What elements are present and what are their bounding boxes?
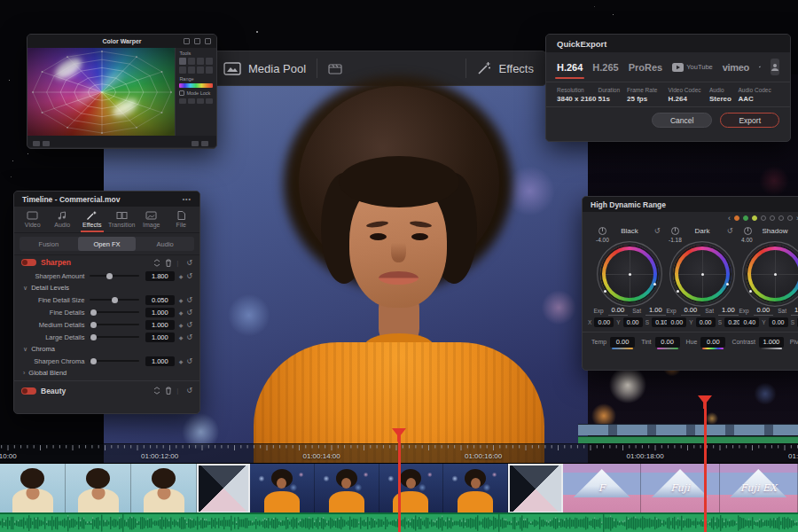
nav-prev-icon[interactable]: ‹ (728, 214, 731, 223)
range-knob-icon[interactable] (744, 227, 752, 235)
marker-playhead[interactable] (698, 395, 712, 532)
zone-dot[interactable] (752, 215, 757, 221)
marker-handle[interactable] (698, 395, 712, 409)
tab-audio[interactable]: Audio (48, 207, 78, 232)
subtab-openfx[interactable]: Open FX (78, 237, 137, 251)
subtab-audio[interactable]: Audio (136, 237, 194, 251)
clip-thumbnail[interactable] (66, 464, 131, 513)
reset-icon[interactable]: ↺ (186, 357, 192, 365)
zone-dot[interactable] (761, 215, 766, 221)
export-button[interactable]: Export (720, 113, 779, 128)
hue-range-strip[interactable] (179, 83, 213, 88)
mode-lock-checkbox[interactable]: Mode Lock (179, 90, 213, 96)
control-value[interactable]: 0.00 (610, 337, 635, 348)
keyframe-icon[interactable]: ◆ (179, 273, 184, 279)
exp-value[interactable]: 0.00 (754, 306, 774, 316)
playhead-handle[interactable] (392, 428, 406, 442)
effects-wand-icon[interactable] (477, 61, 491, 75)
reset-icon[interactable]: ↺ (186, 296, 192, 304)
clip-thumbnail[interactable] (0, 464, 66, 513)
tab-effects[interactable]: Effects (77, 207, 107, 232)
sat-value[interactable]: 1.00 (645, 306, 666, 316)
section-chroma[interactable]: ∨Chroma (14, 343, 200, 355)
y-value[interactable]: 0.00 (696, 317, 716, 327)
exp-value[interactable]: 0.00 (608, 306, 629, 316)
reset-icon[interactable]: ↺ (650, 227, 664, 235)
zone-dot[interactable] (743, 215, 748, 221)
beauty-toggle[interactable] (21, 387, 36, 395)
reset-icon[interactable]: ↺ (186, 259, 192, 267)
large-details-value[interactable]: 1.000 (145, 332, 175, 342)
format-h265[interactable]: H.265 (592, 62, 618, 73)
reorder-icon[interactable] (153, 259, 160, 267)
format-youtube[interactable]: YouTube (672, 63, 712, 72)
reset-icon[interactable]: ↺ (186, 321, 192, 329)
sharpen-chroma-value[interactable]: 1.000 (145, 356, 175, 366)
section-global-blend[interactable]: ›Global Blend (14, 367, 200, 379)
tab-video[interactable]: Video (18, 207, 48, 232)
control-value[interactable]: 0.00 (700, 337, 725, 348)
clip-thumbnail[interactable] (250, 464, 315, 513)
fine-details-slider[interactable] (90, 311, 139, 313)
x-value[interactable]: 0.00 (594, 317, 614, 327)
media-pool-icon[interactable] (223, 62, 241, 75)
control-value[interactable]: 0.00 (655, 337, 680, 348)
clip-thumbnail[interactable]: Fuji EX (720, 464, 798, 513)
control-value[interactable]: 1.000 (759, 337, 784, 348)
format-prores[interactable]: ProRes (629, 62, 663, 73)
effects-label[interactable]: Effects (498, 62, 534, 75)
video-clip[interactable] (250, 464, 508, 513)
options-icon[interactable] (201, 141, 208, 146)
reset-icon[interactable]: ↺ (186, 333, 192, 341)
media-pool-label[interactable]: Media Pool (248, 62, 306, 75)
cross-dissolve-transition[interactable] (508, 464, 563, 513)
range-knob-icon[interactable] (671, 227, 679, 235)
zone-dot[interactable] (770, 215, 775, 221)
sat-value[interactable]: 1.00 (718, 306, 739, 316)
color-wheel[interactable] (673, 245, 732, 303)
reset-icon[interactable]: ↺ (186, 309, 192, 317)
reset-icon[interactable]: ↺ (723, 227, 737, 235)
sidebar-mini-buttons[interactable] (179, 98, 213, 104)
sharpen-amount-value[interactable]: 1.800 (145, 271, 175, 281)
sharpen-toggle[interactable] (21, 259, 36, 266)
grid-icon[interactable] (33, 141, 40, 146)
video-clip[interactable] (0, 464, 197, 513)
video-clip[interactable]: FFujiFuji EX (563, 464, 798, 513)
tab-image[interactable]: Image (137, 207, 167, 232)
format-vimeo[interactable]: vimeo (723, 62, 749, 73)
snap-icon[interactable] (43, 141, 50, 146)
clip-thumbnail[interactable] (315, 464, 379, 513)
large-details-slider[interactable] (90, 336, 139, 338)
trash-icon[interactable] (165, 387, 172, 395)
clip-thumbnail[interactable]: F (563, 464, 641, 513)
fine-details-value[interactable]: 1.000 (145, 308, 175, 317)
vectorscope[interactable] (27, 48, 175, 136)
twitter-icon[interactable] (759, 61, 761, 73)
y-value[interactable]: 0.00 (623, 317, 643, 327)
color-wheel[interactable] (600, 245, 659, 303)
exp-value[interactable]: 0.00 (681, 306, 701, 316)
tab-transition[interactable]: Transition (107, 207, 137, 232)
sharpen-chroma-slider[interactable] (90, 360, 139, 362)
clip-tool-icon[interactable] (328, 62, 342, 74)
playhead[interactable] (392, 428, 406, 532)
x-value[interactable]: 0.00 (667, 317, 686, 327)
cancel-button[interactable]: Cancel (652, 113, 712, 128)
trash-icon[interactable] (165, 259, 172, 267)
y-value[interactable]: 0.00 (769, 317, 788, 327)
fine-detail-size-value[interactable]: 0.050 (145, 295, 175, 305)
panel-menu-button[interactable]: ••• (183, 196, 192, 202)
zone-dot[interactable] (787, 215, 793, 221)
tool-button-grid[interactable] (179, 58, 213, 74)
reorder-icon[interactable] (153, 387, 160, 395)
format-h264[interactable]: H.264 (557, 62, 583, 73)
sharpen-amount-slider[interactable] (90, 275, 139, 277)
clip-thumbnail[interactable] (131, 464, 197, 513)
clip-thumbnail[interactable] (379, 464, 444, 513)
subtab-fusion[interactable]: Fusion (20, 237, 78, 251)
fine-detail-size-slider[interactable] (90, 299, 139, 301)
reset-icon[interactable]: ↺ (186, 272, 192, 280)
panel-titlebar-icons[interactable] (184, 38, 211, 44)
range-knob-icon[interactable] (598, 227, 606, 235)
